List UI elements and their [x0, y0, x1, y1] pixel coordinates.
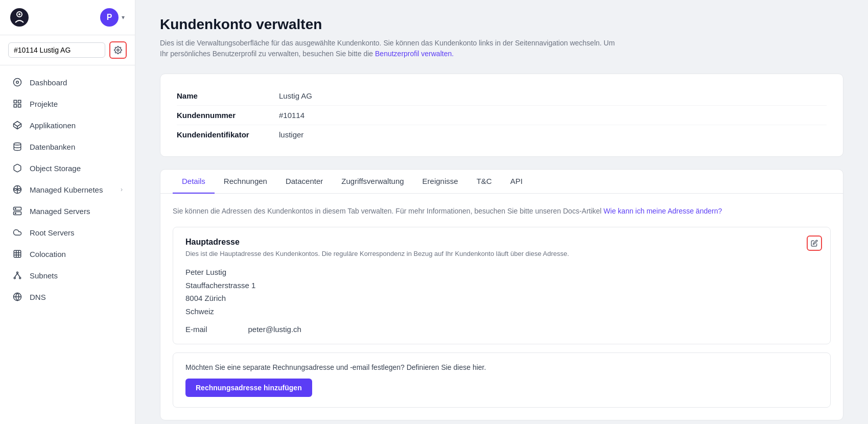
- tab-zugriffsverwaltung[interactable]: Zugriffsverwaltung: [332, 170, 413, 194]
- sidebar-item-projekte[interactable]: Projekte: [0, 93, 135, 114]
- dashboard-icon: [12, 77, 22, 87]
- svg-point-18: [15, 213, 16, 214]
- docs-link[interactable]: Wie kann ich meine Adresse ändern?: [603, 207, 722, 215]
- sidebar-item-label: Datenbanken: [30, 143, 75, 151]
- svg-point-26: [19, 277, 21, 279]
- user-area[interactable]: P ▾: [100, 8, 125, 27]
- svg-line-27: [15, 273, 17, 277]
- dns-icon: [12, 292, 22, 302]
- nav-list: Dashboard Projekte Applikationen: [0, 65, 135, 424]
- sidebar-item-label: Dashboard: [30, 78, 67, 87]
- hauptadresse-title: Hauptadresse: [185, 238, 818, 247]
- sidebar-item-label: Managed Servers: [30, 207, 90, 216]
- customer-info-card: Name Lustig AG Kundennummer #10114 Kunde…: [160, 74, 843, 157]
- info-label-kundennummer: Kundennummer: [177, 111, 279, 120]
- email-row: E-mail peter@lustig.ch: [185, 325, 818, 334]
- sidebar-item-dns[interactable]: DNS: [0, 286, 135, 308]
- page-description: Dies ist die Verwaltungsoberfläche für d…: [160, 38, 620, 59]
- account-selector-row: #10114 Lustig AG: [0, 35, 135, 65]
- svg-point-3: [117, 49, 119, 51]
- info-label-name: Name: [177, 91, 279, 100]
- svg-point-17: [15, 208, 16, 209]
- managed-servers-icon: [12, 206, 22, 216]
- sidebar-item-colocation[interactable]: Colocation: [0, 243, 135, 265]
- address-city: 8004 Zürich: [185, 292, 818, 305]
- tabs-container: Details Rechnungen Datacenter Zugriffsve…: [160, 169, 843, 420]
- account-select[interactable]: #10114 Lustig AG: [8, 42, 105, 58]
- sidebar-item-object-storage[interactable]: Object Storage: [0, 157, 135, 179]
- sidebar-item-label: Managed Kubernetes: [30, 185, 103, 194]
- email-label: E-mail: [185, 325, 207, 334]
- main-content: Kundenkonto verwalten Dies ist die Verwa…: [135, 0, 868, 424]
- sidebar-item-label: DNS: [30, 293, 46, 301]
- address-country: Schweiz: [185, 305, 818, 318]
- subnets-icon: [12, 270, 22, 280]
- object-storage-icon: [12, 163, 22, 173]
- add-billing-button[interactable]: Rechnungsadresse hinzufügen: [185, 379, 312, 397]
- svg-rect-8: [14, 105, 16, 107]
- managed-kubernetes-icon: [12, 184, 22, 195]
- tab-datacenter[interactable]: Datacenter: [276, 170, 332, 194]
- chevron-down-icon: ▾: [122, 14, 125, 21]
- tabs-header: Details Rechnungen Datacenter Zugriffsve…: [160, 170, 843, 194]
- svg-point-25: [14, 277, 15, 279]
- root-servers-icon: [12, 227, 22, 238]
- sidebar-item-label: Object Storage: [30, 164, 81, 173]
- svg-point-24: [17, 272, 18, 273]
- tab-details-content: Sie können die Adressen des Kundenkontos…: [160, 194, 843, 420]
- chevron-right-icon: ›: [121, 186, 123, 193]
- sidebar-item-label: Root Servers: [30, 228, 75, 237]
- edit-address-button[interactable]: [807, 235, 822, 251]
- sidebar-item-dashboard[interactable]: Dashboard: [0, 72, 135, 93]
- sidebar-item-label: Applikationen: [30, 121, 76, 130]
- svg-rect-6: [14, 100, 16, 103]
- sidebar: P ▾ #10114 Lustig AG Dashboard: [0, 0, 135, 424]
- sidebar-item-label: Subnets: [30, 271, 58, 280]
- tab-details[interactable]: Details: [173, 170, 215, 194]
- sidebar-item-managed-kubernetes[interactable]: Managed Kubernetes ›: [0, 179, 135, 200]
- billing-promo-card: Möchten Sie eine separate Rechnungsadres…: [173, 352, 831, 408]
- svg-line-28: [17, 273, 20, 277]
- info-row-name: Name Lustig AG: [177, 86, 827, 106]
- projekte-icon: [12, 99, 22, 109]
- tab-tc[interactable]: T&C: [467, 170, 501, 194]
- tab-api[interactable]: API: [501, 170, 532, 194]
- colocation-icon: [12, 249, 22, 259]
- sidebar-item-label: Colocation: [30, 250, 66, 258]
- sidebar-header: P ▾: [0, 0, 135, 35]
- gear-button[interactable]: [109, 41, 127, 59]
- billing-promo-text: Möchten Sie eine separate Rechnungsadres…: [185, 363, 818, 371]
- info-row-kundenidentifikator: Kundenidentifikator lustiger: [177, 125, 827, 144]
- svg-rect-19: [14, 250, 21, 257]
- avatar: P: [100, 8, 119, 27]
- address-street: Stauffacherstrasse 1: [185, 279, 818, 292]
- svg-point-2: [18, 13, 20, 15]
- tab-info-text: Sie können die Adressen des Kundenkontos…: [173, 206, 831, 217]
- email-value: peter@lustig.ch: [248, 325, 301, 334]
- applikationen-icon: [12, 120, 22, 130]
- svg-rect-9: [18, 105, 21, 107]
- datenbanken-icon: [12, 142, 22, 152]
- svg-point-12: [14, 143, 21, 146]
- info-value-kundennummer: #10114: [279, 111, 304, 120]
- tab-ereignisse[interactable]: Ereignisse: [413, 170, 467, 194]
- sidebar-item-datenbanken[interactable]: Datenbanken: [0, 136, 135, 157]
- info-value-name: Lustig AG: [279, 91, 312, 100]
- info-row-kundennummer: Kundennummer #10114: [177, 106, 827, 125]
- sidebar-item-label: Projekte: [30, 100, 58, 108]
- svg-point-5: [16, 81, 19, 84]
- sidebar-item-root-servers[interactable]: Root Servers: [0, 222, 135, 243]
- tab-rechnungen[interactable]: Rechnungen: [215, 170, 276, 194]
- info-label-kundenidentifikator: Kundenidentifikator: [177, 130, 279, 139]
- svg-point-4: [14, 79, 21, 86]
- address-lines: Peter Lustig Stauffacherstrasse 1 8004 Z…: [185, 266, 818, 318]
- sidebar-item-applikationen[interactable]: Applikationen: [0, 114, 135, 136]
- benutzerprofil-link[interactable]: Benutzerprofil verwalten.: [375, 50, 454, 58]
- sidebar-item-managed-servers[interactable]: Managed Servers: [0, 200, 135, 222]
- logo-icon: [10, 8, 29, 27]
- page-title: Kundenkonto verwalten: [160, 16, 843, 33]
- address-name: Peter Lustig: [185, 266, 818, 279]
- hauptadresse-card: Hauptadresse Dies ist die Hauptadresse d…: [173, 227, 831, 344]
- svg-rect-7: [18, 100, 21, 103]
- sidebar-item-subnets[interactable]: Subnets: [0, 265, 135, 286]
